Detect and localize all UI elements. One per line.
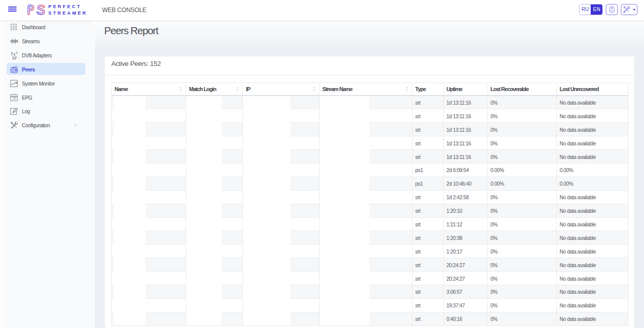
svg-text:15: 15 [12,97,16,100]
